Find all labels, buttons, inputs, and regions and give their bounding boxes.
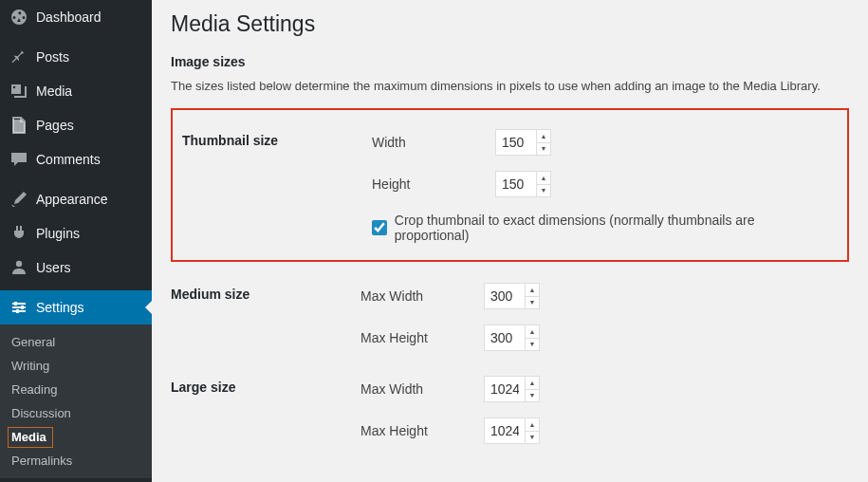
sidebar-item-label: Users — [36, 260, 71, 275]
sidebar-item-media[interactable]: Media — [0, 74, 152, 108]
stepper-down-icon[interactable]: ▼ — [537, 185, 550, 197]
medium-height-field[interactable] — [485, 325, 525, 350]
sidebar-item-comments[interactable]: Comments — [0, 142, 152, 176]
dashboard-icon — [9, 8, 28, 27]
thumbnail-width-field[interactable] — [496, 130, 536, 155]
submenu-item-discussion[interactable]: Discussion — [0, 401, 152, 425]
thumbnail-heading: Thumbnail size — [182, 121, 372, 250]
submenu-item-reading[interactable]: Reading — [0, 378, 152, 401]
large-width-label: Max Width — [360, 381, 484, 397]
sidebar-item-label: Settings — [36, 300, 84, 315]
medium-height-input[interactable]: ▲ ▼ — [484, 324, 540, 351]
thumbnail-crop-checkbox[interactable] — [372, 220, 387, 235]
stepper-down-icon[interactable]: ▼ — [537, 143, 550, 156]
section-description: The sizes listed below determine the max… — [171, 79, 849, 93]
main-content: Media Settings Image sizes The sizes lis… — [152, 0, 868, 482]
stepper-down-icon[interactable]: ▼ — [526, 390, 539, 402]
stepper-down-icon[interactable]: ▼ — [526, 432, 539, 444]
stepper-down-icon[interactable]: ▼ — [526, 339, 539, 351]
settings-submenu: General Writing Reading Discussion Media… — [0, 324, 152, 478]
sidebar-item-label: Plugins — [36, 226, 80, 241]
sidebar-item-settings[interactable]: Settings — [0, 290, 152, 324]
stepper-up-icon[interactable]: ▲ — [526, 284, 539, 297]
sidebar-item-label: Appearance — [36, 192, 108, 207]
stepper-up-icon[interactable]: ▲ — [526, 325, 539, 339]
sliders-icon — [9, 298, 28, 317]
submenu-item-media[interactable]: Media — [0, 425, 152, 449]
submenu-item-writing[interactable]: Writing — [0, 354, 152, 378]
sidebar-item-dashboard[interactable]: Dashboard — [0, 0, 152, 34]
stepper-up-icon[interactable]: ▲ — [526, 418, 539, 432]
sidebar-item-label: Posts — [36, 49, 69, 65]
sidebar-item-plugins[interactable]: Plugins — [0, 216, 152, 250]
large-width-field[interactable] — [485, 377, 525, 401]
large-width-input[interactable]: ▲ ▼ — [484, 376, 540, 402]
stepper-up-icon[interactable]: ▲ — [526, 377, 539, 390]
user-icon — [9, 258, 28, 277]
medium-width-input[interactable]: ▲ ▼ — [484, 283, 540, 309]
submenu-item-permalinks[interactable]: Permalinks — [0, 449, 152, 473]
thumbnail-width-label: Width — [372, 135, 495, 150]
sidebar-item-posts[interactable]: Posts — [0, 40, 152, 74]
sidebar-item-label: Comments — [36, 152, 101, 167]
thumbnail-settings-highlight: Thumbnail size Width ▲ ▼ Height — [171, 108, 849, 262]
plug-icon — [9, 224, 28, 243]
large-height-label: Max Height — [360, 423, 484, 438]
large-height-input[interactable]: ▲ ▼ — [484, 417, 540, 444]
sidebar-item-users[interactable]: Users — [0, 250, 152, 285]
medium-heading: Medium size — [171, 275, 360, 359]
thumbnail-width-input[interactable]: ▲ ▼ — [495, 129, 551, 156]
media-icon — [9, 82, 28, 101]
sidebar-item-appearance[interactable]: Appearance — [0, 182, 152, 216]
thumbnail-crop-label: Crop thumbnail to exact dimensions (norm… — [395, 213, 828, 243]
page-title: Media Settings — [171, 11, 849, 37]
medium-height-label: Max Height — [360, 330, 484, 345]
sidebar-item-label: Pages — [36, 118, 74, 133]
comment-icon — [9, 150, 28, 169]
thumbnail-height-label: Height — [372, 176, 495, 192]
brush-icon — [9, 190, 28, 209]
stepper-down-icon[interactable]: ▼ — [526, 297, 539, 309]
sidebar-item-label: Media — [36, 83, 72, 99]
large-height-field[interactable] — [485, 418, 525, 443]
sidebar-item-pages[interactable]: Pages — [0, 108, 152, 142]
medium-width-field[interactable] — [485, 284, 525, 308]
stepper-up-icon[interactable]: ▲ — [537, 130, 550, 143]
pin-icon — [9, 47, 28, 66]
medium-width-label: Max Width — [360, 288, 484, 304]
pages-icon — [9, 116, 28, 135]
large-heading: Large size — [171, 368, 360, 452]
thumbnail-height-field[interactable] — [496, 172, 536, 196]
admin-sidebar: Dashboard Posts Media Pages Comments App… — [0, 0, 152, 482]
section-title: Image sizes — [171, 54, 849, 69]
thumbnail-height-input[interactable]: ▲ ▼ — [495, 171, 551, 197]
submenu-item-general[interactable]: General — [0, 330, 152, 354]
stepper-up-icon[interactable]: ▲ — [537, 172, 550, 185]
sidebar-item-label: Dashboard — [36, 9, 102, 25]
